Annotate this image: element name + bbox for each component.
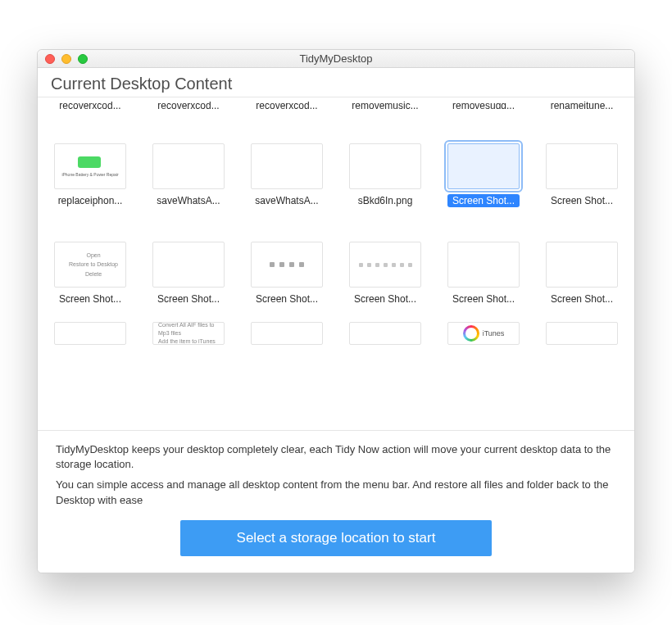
file-thumbnail	[152, 143, 225, 189]
file-label: removemusic...	[347, 99, 423, 109]
titlebar[interactable]: TidyMyDesktop	[38, 50, 634, 68]
file-label: Screen Shot...	[447, 292, 520, 306]
file-item[interactable]	[336, 314, 434, 350]
file-label: renameitune...	[546, 99, 619, 109]
file-item[interactable]: iTunes	[434, 314, 533, 350]
file-thumbnail	[447, 143, 520, 189]
zoom-icon[interactable]	[78, 54, 88, 64]
window-title: TidyMyDesktop	[38, 52, 634, 65]
file-item[interactable]: saveWhatsA...	[139, 117, 238, 212]
file-label: replaceiphon...	[53, 194, 128, 207]
file-thumbnail	[349, 143, 421, 189]
file-label: recoverxcod...	[251, 99, 322, 109]
file-item[interactable]: Screen Shot...	[434, 215, 533, 310]
file-label: recoverxcod...	[152, 99, 224, 109]
close-icon[interactable]	[45, 54, 55, 64]
file-label: Screen Shot...	[349, 292, 421, 306]
file-label: Screen Shot...	[447, 194, 520, 207]
file-label: Screen Shot...	[251, 292, 323, 306]
file-item[interactable]	[41, 314, 139, 350]
file-label: saveWhatsA...	[250, 194, 323, 207]
file-item[interactable]: Screen Shot...	[533, 117, 631, 212]
desktop-content-area[interactable]: recoverxcod...recoverxcod...recoverxcod.…	[38, 97, 634, 431]
minimize-icon[interactable]	[61, 54, 71, 64]
file-item[interactable]: saveWhatsA...	[238, 117, 336, 212]
file-label: sBkd6In.png	[353, 194, 418, 207]
app-window: TidyMyDesktop Current Desktop Content re…	[37, 49, 635, 573]
file-item[interactable]: recoverxcod...	[238, 97, 336, 114]
file-thumbnail: OpenRestore to DesktopDelete	[54, 242, 126, 288]
file-thumbnail	[447, 242, 520, 288]
file-label: recoverxcod...	[54, 99, 125, 109]
file-thumbnail: iTunes	[447, 322, 520, 345]
window-controls	[45, 54, 88, 64]
file-label: Screen Shot...	[152, 292, 225, 306]
file-thumbnail	[349, 242, 421, 288]
footer-text-1: TidyMyDesktop keeps your desktop complet…	[56, 442, 616, 473]
file-item[interactable]: Screen Shot...	[533, 215, 631, 310]
section-heading: Current Desktop Content	[51, 75, 621, 93]
file-item[interactable]: Screen Shot...	[434, 117, 533, 212]
file-thumbnail	[546, 242, 618, 288]
file-item[interactable]: recoverxcod...	[139, 97, 238, 114]
file-item[interactable]	[238, 314, 336, 350]
file-item[interactable]: Screen Shot...	[238, 215, 336, 310]
section-header: Current Desktop Content	[38, 68, 634, 97]
file-item[interactable]: OpenRestore to DesktopDeleteScreen Shot.…	[41, 215, 139, 310]
file-thumbnail	[152, 242, 225, 288]
file-thumbnail	[251, 143, 323, 189]
file-item[interactable]: removesugg...	[434, 97, 533, 114]
file-label: Screen Shot...	[546, 194, 618, 207]
footer-text-2: You can simple access and manage all des…	[56, 478, 616, 509]
select-storage-button[interactable]: Select a storage location to start	[180, 520, 492, 556]
file-item[interactable]: recoverxcod...	[41, 97, 139, 114]
file-thumbnail	[251, 242, 323, 288]
file-label: saveWhatsA...	[152, 194, 225, 207]
footer-panel: TidyMyDesktop keeps your desktop complet…	[38, 431, 634, 573]
file-thumbnail	[349, 322, 421, 345]
file-item[interactable]: Screen Shot...	[139, 215, 238, 310]
file-item[interactable]: Screen Shot...	[336, 215, 434, 310]
file-thumbnail	[546, 143, 618, 189]
file-label: removesugg...	[447, 99, 520, 109]
file-item[interactable]: replaceiphon...	[41, 117, 139, 212]
file-thumbnail	[546, 322, 618, 345]
file-thumbnail	[54, 322, 126, 345]
file-item[interactable]: removemusic...	[336, 97, 434, 114]
file-thumbnail	[54, 143, 126, 189]
file-thumbnail: Show in Finder Play Convert AIF to Mp3 C…	[152, 322, 225, 345]
file-item[interactable]: sBkd6In.png	[336, 117, 434, 212]
file-item[interactable]: Show in Finder Play Convert AIF to Mp3 C…	[139, 314, 238, 350]
file-thumbnail	[251, 322, 323, 345]
file-item[interactable]: renameitune...	[533, 97, 631, 114]
file-item[interactable]	[533, 314, 631, 350]
file-label: Screen Shot...	[54, 292, 126, 306]
file-label: Screen Shot...	[546, 292, 618, 306]
